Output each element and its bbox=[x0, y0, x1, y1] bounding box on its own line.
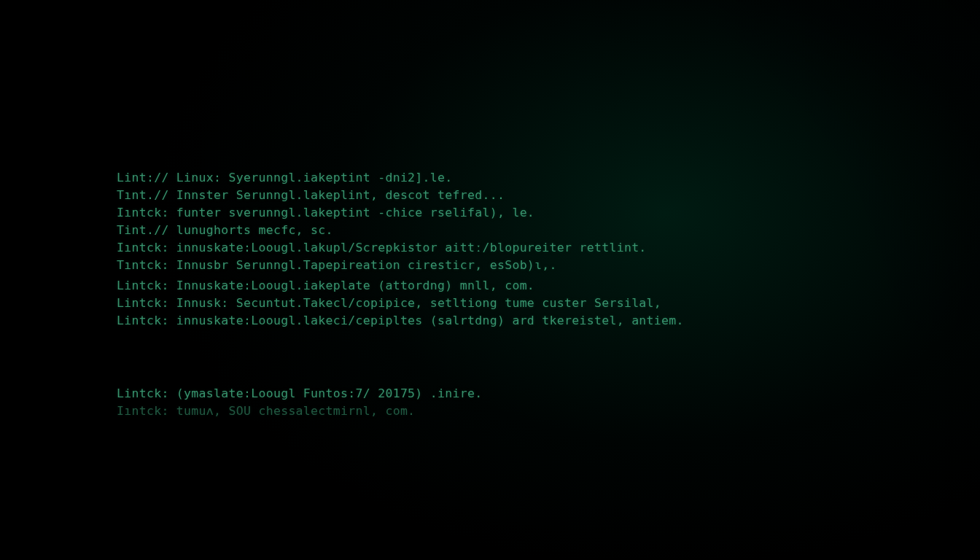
console-line: Lintck: Innusk: Secuntut.Takecl/copipice… bbox=[117, 295, 919, 312]
console-line: Lintck: Innuskate:Loougl.iakeplate (atto… bbox=[117, 277, 919, 295]
console-line: Lint:// Linux: Syerunngl.iakeptint -dni2… bbox=[117, 169, 919, 187]
terminal-output: Lint:// Linux: Syerunngl.iakeptint -dni2… bbox=[117, 169, 919, 420]
console-line: Iıntck: tumuʌ, SOU chessalectmirnl, com. bbox=[117, 402, 919, 420]
console-line: Tint.// lunughorts mecfc, sc. bbox=[117, 222, 919, 239]
console-line: Lintck: innuskate:Loougl.lakeci/cepiplte… bbox=[117, 312, 919, 330]
console-line: Iıntck: funter sverunngl.lakeptint -chic… bbox=[117, 204, 919, 222]
console-line: Tınt.// Innster Serunngl.lakeplint, desc… bbox=[117, 187, 919, 204]
console-line: Iıntck: innuskate:Loougl.lakupl/Screpkis… bbox=[117, 239, 919, 257]
console-line: Lintck: (ymaslate:Loougl Funtos:7/ 20175… bbox=[117, 385, 919, 402]
console-line: Tıntck: Innusbr Serunngl.Tapepireation c… bbox=[117, 257, 919, 274]
